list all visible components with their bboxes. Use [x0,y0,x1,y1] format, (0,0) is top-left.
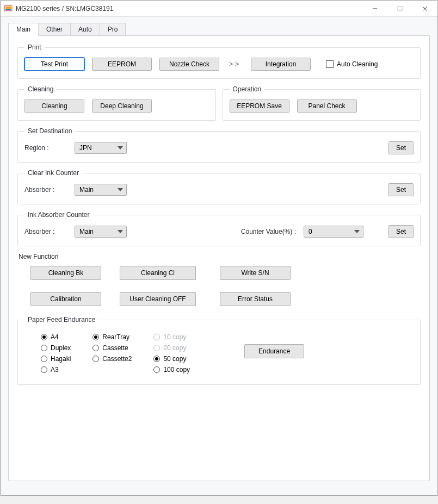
pfe-copy-col: 10 copy20 copy50 copy100 copy [153,333,190,374]
minimize-button[interactable] [362,1,387,17]
test-print-button[interactable]: Test Print [24,58,84,71]
eeprom-button[interactable]: EEPROM [92,58,152,71]
clear-ink-group: Clear Ink Counter Absorber : Main Set [17,169,421,204]
set-destination-legend: Set Destination [24,127,75,135]
radio-icon [153,345,160,351]
pfe-paper-col: A4DuplexHagakiA3 [41,333,71,374]
ink-absorber-select[interactable]: Main [75,226,127,238]
counter-value-label: Counter Value(%) : [241,228,296,235]
radio-icon [92,356,99,362]
svg-rect-2 [5,9,11,10]
window: MG2100 series / SN:LMGC38191 Main Other … [0,0,438,496]
pfe-copy-radio: 20 copy [153,344,190,352]
svg-rect-1 [5,7,11,9]
pfe-tray-label: Cassette2 [102,355,132,363]
app-icon [4,4,13,13]
new-function-grid: Cleaning Bk Cleaning Cl Write S/N Calibr… [17,266,421,306]
radio-icon [41,345,47,351]
close-button[interactable] [412,1,437,17]
pfe-paper-label: A4 [51,333,59,341]
integration-button[interactable]: Integration [251,58,311,71]
radio-icon [153,334,160,340]
titlebar: MG2100 series / SN:LMGC38191 [1,1,437,17]
destination-set-button[interactable]: Set [388,141,414,154]
cleaning-cl-button[interactable]: Cleaning Cl [120,266,196,280]
operation-legend: Operation [230,85,265,93]
checkbox-icon [326,60,334,68]
pfe-tray-radio[interactable]: RearTray [92,333,132,341]
radio-icon [153,366,160,373]
pfe-paper-radio[interactable]: A4 [41,333,71,341]
pfe-copy-label: 10 copy [163,333,186,341]
pfe-paper-radio[interactable]: Hagaki [41,355,71,363]
clear-ink-legend: Clear Ink Counter [24,169,82,177]
panel-check-button[interactable]: Panel Check [297,99,357,113]
pfe-copy-radio[interactable]: 100 copy [153,366,190,374]
pfe-copy-label: 100 copy [163,366,190,374]
paper-feed-endurance-group: Paper Feed Endurance A4DuplexHagakiA3 Re… [17,316,421,385]
ink-absorber-group: Ink Absorber Counter Absorber : Main Cou… [17,211,421,246]
pfe-tray-radio[interactable]: Cassette [92,344,132,352]
svg-rect-4 [398,7,402,11]
pfe-copy-radio: 10 copy [153,333,190,341]
tab-main[interactable]: Main [8,23,39,36]
auto-cleaning-label: Auto Cleaning [337,60,378,68]
error-status-button[interactable]: Error Status [220,292,291,306]
maximize-button[interactable] [387,1,412,17]
ink-absorber-label: Absorber : [24,228,67,235]
endurance-button[interactable]: Endurance [244,344,304,358]
calibration-button[interactable]: Calibration [30,292,101,306]
pfe-copy-radio[interactable]: 50 copy [153,355,190,363]
region-select[interactable]: JPN [75,142,127,154]
cleaning-legend: Cleaning [24,85,57,93]
print-legend: Print [24,43,45,51]
pfe-legend: Paper Feed Endurance [24,316,98,323]
absorber-label: Absorber : [24,186,67,194]
absorber-select[interactable]: Main [75,184,127,196]
cleaning-button[interactable]: Cleaning [24,99,84,113]
pfe-copy-label: 50 copy [163,355,186,363]
cleaning-group: Cleaning Cleaning Deep Cleaning [17,85,216,121]
radio-icon [92,345,99,351]
radio-icon [41,366,47,373]
pfe-paper-label: Hagaki [51,355,71,363]
auto-cleaning-checkbox[interactable]: Auto Cleaning [326,60,378,68]
counter-value-select[interactable]: 0 [304,226,363,238]
eeprom-save-button[interactable]: EEPROM Save [230,99,289,113]
new-function-heading: New Function [18,253,421,260]
tab-pro[interactable]: Pro [100,23,126,36]
pfe-tray-radio[interactable]: Cassette2 [92,355,132,363]
radio-icon [41,356,47,362]
cleaning-bk-button[interactable]: Cleaning Bk [30,266,101,280]
tabstrip: Main Other Auto Pro [8,22,430,35]
tab-other[interactable]: Other [38,23,71,36]
print-group: Print Test Print EEPROM Nozzle Check >> … [17,43,421,79]
deep-cleaning-button[interactable]: Deep Cleaning [92,99,152,113]
radio-icon [92,334,99,340]
pfe-paper-label: A3 [51,366,59,374]
region-label: Region : [24,144,67,152]
pfe-copy-label: 20 copy [163,344,186,352]
user-cleaning-off-button[interactable]: User Cleaning OFF [120,292,196,306]
tab-auto[interactable]: Auto [70,23,100,36]
pfe-paper-radio[interactable]: A3 [41,366,71,374]
window-title: MG2100 series / SN:LMGC38191 [16,5,113,13]
pfe-tray-label: Cassette [102,344,128,352]
nozzle-check-button[interactable]: Nozzle Check [159,58,219,71]
set-destination-group: Set Destination Region : JPN Set [17,127,421,163]
operation-group: Operation EEPROM Save Panel Check [223,85,421,121]
pfe-paper-radio[interactable]: Duplex [41,344,71,352]
pfe-tray-label: RearTray [102,333,129,341]
radio-icon [153,356,160,362]
radio-icon [41,334,47,340]
write-sn-button[interactable]: Write S/N [220,266,291,280]
more-indicator: >> [227,60,243,68]
tabpanel-main: Print Test Print EEPROM Nozzle Check >> … [8,35,430,481]
pfe-paper-label: Duplex [51,344,71,352]
clear-ink-set-button[interactable]: Set [388,183,414,196]
ink-absorber-legend: Ink Absorber Counter [24,211,92,219]
ink-absorber-set-button[interactable]: Set [388,225,414,238]
pfe-tray-col: RearTrayCassetteCassette2 [92,333,132,363]
